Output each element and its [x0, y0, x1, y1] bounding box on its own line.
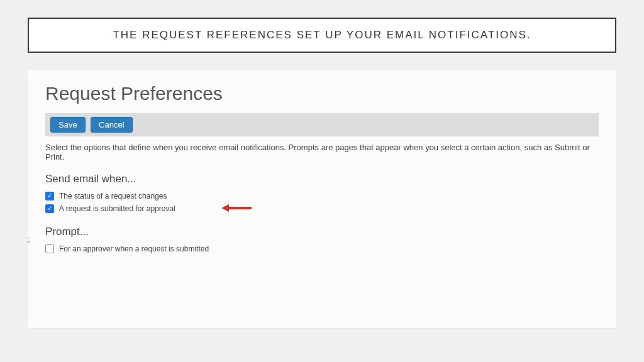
edge-marker: ; [28, 234, 30, 244]
check-icon: ✓ [47, 193, 52, 199]
cancel-button[interactable]: Cancel [91, 117, 132, 133]
checkbox-status-changes[interactable]: ✓ [45, 192, 54, 200]
checkbox-label: The status of a request changes [59, 192, 167, 200]
checkbox-row-submitted-approval: ✓ A request is submitted for approval [45, 204, 599, 213]
email-section-heading: Send email when... [45, 173, 599, 185]
checkbox-submitted-approval[interactable]: ✓ [45, 204, 54, 213]
action-bar: Save Cancel [45, 113, 599, 136]
svg-marker-1 [221, 204, 229, 212]
checkbox-label: A request is submitted for approval [59, 204, 175, 213]
instruction-text: THE REQUEST REFERENCES SET UP YOUR EMAIL… [113, 29, 531, 41]
page-title: Request Preferences [45, 83, 599, 104]
save-button[interactable]: Save [50, 117, 86, 133]
checkbox-row-prompt-approver: For an approver when a request is submit… [45, 244, 599, 253]
check-icon: ✓ [47, 206, 52, 212]
prompt-section-heading: Prompt... [45, 226, 599, 238]
preferences-panel: Request Preferences Save Cancel Select t… [28, 70, 616, 328]
checkbox-prompt-approver[interactable] [45, 244, 54, 253]
arrow-icon [221, 203, 252, 216]
checkbox-row-status-changes: ✓ The status of a request changes [45, 192, 599, 200]
checkbox-label: For an approver when a request is submit… [59, 244, 209, 253]
description-text: Select the options that define when you … [45, 143, 599, 162]
instruction-banner: THE REQUEST REFERENCES SET UP YOUR EMAIL… [28, 18, 616, 53]
